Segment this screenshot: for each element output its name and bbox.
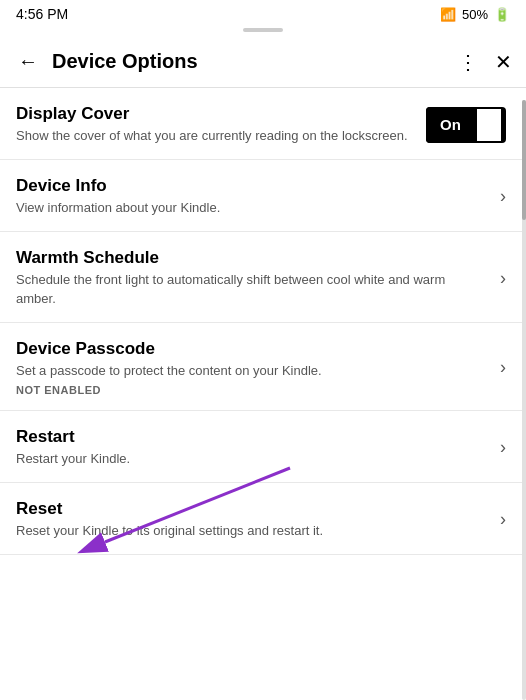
setting-item-display-cover[interactable]: Display Cover Show the cover of what you… <box>0 88 526 160</box>
setting-item-reset[interactable]: Reset Reset your Kindle to its original … <box>0 483 526 555</box>
setting-title-device-info: Device Info <box>16 176 484 196</box>
battery-icon: 🔋 <box>494 7 510 22</box>
setting-item-warmth-schedule[interactable]: Warmth Schedule Schedule the front light… <box>0 232 526 322</box>
setting-desc-display-cover: Show the cover of what you are currently… <box>16 127 410 145</box>
chevron-icon-warmth-schedule: › <box>500 268 506 289</box>
setting-content-device-passcode: Device Passcode Set a passcode to protec… <box>16 339 500 396</box>
setting-title-device-passcode: Device Passcode <box>16 339 484 359</box>
chevron-icon-device-info: › <box>500 186 506 207</box>
setting-action-display-cover[interactable]: On <box>426 107 506 143</box>
setting-desc-reset: Reset your Kindle to its original settin… <box>16 522 484 540</box>
status-time: 4:56 PM <box>16 6 68 22</box>
setting-content-warmth-schedule: Warmth Schedule Schedule the front light… <box>16 248 500 307</box>
status-icons: 📶 50% 🔋 <box>440 7 510 22</box>
setting-title-display-cover: Display Cover <box>16 104 410 124</box>
setting-title-restart: Restart <box>16 427 484 447</box>
header-actions: ⋮ ✕ <box>458 50 512 74</box>
settings-list: Display Cover Show the cover of what you… <box>0 88 526 555</box>
header: ← Device Options ⋮ ✕ <box>0 36 526 88</box>
setting-title-warmth-schedule: Warmth Schedule <box>16 248 484 268</box>
battery-level: 50% <box>462 7 488 22</box>
setting-action-reset[interactable]: › <box>500 509 506 530</box>
setting-action-warmth-schedule[interactable]: › <box>500 268 506 289</box>
setting-content-reset: Reset Reset your Kindle to its original … <box>16 499 500 540</box>
scrollbar-thumb <box>522 100 526 220</box>
setting-action-device-passcode[interactable]: › <box>500 357 506 378</box>
back-button[interactable]: ← <box>14 46 42 77</box>
setting-title-reset: Reset <box>16 499 484 519</box>
toggle-display-cover[interactable]: On <box>426 107 506 143</box>
wifi-icon: 📶 <box>440 7 456 22</box>
setting-content-display-cover: Display Cover Show the cover of what you… <box>16 104 426 145</box>
drag-handle-bar <box>243 28 283 32</box>
setting-content-device-info: Device Info View information about your … <box>16 176 500 217</box>
setting-item-device-info[interactable]: Device Info View information about your … <box>0 160 526 232</box>
setting-subtitle-device-passcode: NOT ENABLED <box>16 384 484 396</box>
close-button[interactable]: ✕ <box>495 50 512 74</box>
setting-action-restart[interactable]: › <box>500 437 506 458</box>
toggle-on-label: On <box>426 107 475 143</box>
toggle-off-area <box>475 107 503 143</box>
page-title: Device Options <box>52 50 458 73</box>
status-bar: 4:56 PM 📶 50% 🔋 <box>0 0 526 26</box>
more-options-button[interactable]: ⋮ <box>458 50 479 74</box>
drag-handle <box>0 26 526 36</box>
setting-desc-warmth-schedule: Schedule the front light to automaticall… <box>16 271 484 307</box>
chevron-icon-device-passcode: › <box>500 357 506 378</box>
setting-item-restart[interactable]: Restart Restart your Kindle. › <box>0 411 526 483</box>
setting-action-device-info[interactable]: › <box>500 186 506 207</box>
chevron-icon-restart: › <box>500 437 506 458</box>
setting-desc-device-info: View information about your Kindle. <box>16 199 484 217</box>
scrollbar <box>522 100 526 700</box>
chevron-icon-reset: › <box>500 509 506 530</box>
setting-content-restart: Restart Restart your Kindle. <box>16 427 500 468</box>
setting-desc-device-passcode: Set a passcode to protect the content on… <box>16 362 484 380</box>
setting-item-device-passcode[interactable]: Device Passcode Set a passcode to protec… <box>0 323 526 411</box>
setting-desc-restart: Restart your Kindle. <box>16 450 484 468</box>
